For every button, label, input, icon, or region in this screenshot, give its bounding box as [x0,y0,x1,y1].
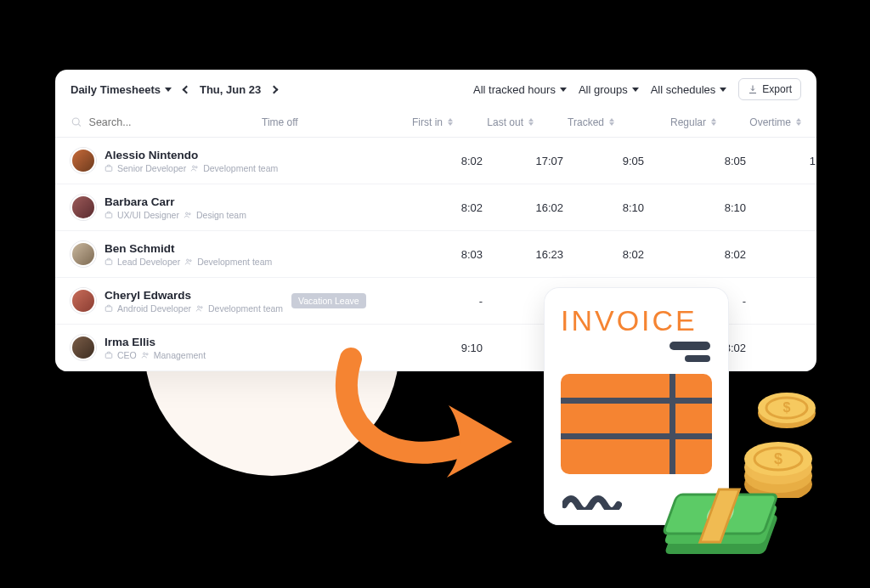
cell-first-in: 8:02 [402,201,483,214]
group-icon [195,304,204,313]
svg-rect-13 [105,353,112,357]
person-cell: Cheryl EdwardsAndroid DeveloperDevelopme… [71,288,291,314]
column-header-row: Time off First in Last out Tracked Regul… [55,109,816,138]
export-label: Export [762,83,792,95]
group-icon [184,257,193,266]
briefcase-icon [105,257,113,266]
svg-point-15 [146,353,148,354]
cell-tracked: 8:10 [563,201,644,214]
filter-schedules[interactable]: All schedules [651,83,727,96]
briefcase-icon [105,211,113,219]
toolbar: Daily Timesheets Thu, Jun 23 All tracked… [55,70,816,109]
timeoff-tag: Vacation Leave [291,293,366,308]
col-overtime[interactable]: Overtime [716,116,801,128]
search-icon [71,116,82,128]
svg-point-8 [187,259,189,262]
filter-label: All groups [579,83,628,96]
briefcase-icon [105,304,113,313]
person-name: Cheryl Edwards [105,289,283,302]
svg-point-14 [143,353,145,355]
export-button[interactable]: Export [738,78,801,100]
table-row[interactable]: Barbara CarrUX/UI DesignerDesign team8:0… [55,184,816,231]
filter-label: All schedules [651,83,716,96]
person-cell: Ben SchmidtLead DeveloperDevelopment tea… [71,241,291,267]
svg-point-12 [201,306,202,308]
filter-tracked-hours[interactable]: All tracked hours [473,83,567,96]
download-icon [748,84,758,94]
arrow-illustration [321,342,534,512]
cell-overtime: 1:00 [746,155,816,167]
svg-rect-4 [105,212,112,217]
avatar [71,241,96,267]
svg-point-6 [189,212,190,214]
briefcase-icon [105,351,113,359]
view-label: Daily Timesheets [71,83,161,96]
col-timeoff[interactable]: Time off [262,116,372,128]
cell-regular: 8:10 [644,201,746,214]
cell-regular: 8:02 [644,248,746,261]
person-name: Ben Schmidt [105,242,272,255]
caret-down-icon [720,88,726,92]
filter-label: All tracked hours [473,83,556,96]
person-cell: Barbara CarrUX/UI DesignerDesign team [71,195,291,220]
invoice-title: INVOICE [561,304,712,337]
cell-regular: 8:05 [644,155,746,167]
person-meta: Android DeveloperDevelopment team [105,303,283,314]
avatar [71,335,96,360]
cell-last-out: 17:07 [483,155,563,167]
svg-point-2 [193,166,195,168]
person-cell: Alessio NintendoSenior DeveloperDevelopm… [71,148,291,173]
decor-bar [669,342,710,350]
view-switcher[interactable]: Daily Timesheets [71,83,172,96]
current-date-label[interactable]: Thu, Jun 23 [200,83,261,96]
cell-first-in: 8:03 [402,248,483,261]
signature-icon [562,491,622,510]
cell-first-in: 8:02 [402,155,483,167]
filter-groups[interactable]: All groups [579,83,639,96]
caret-down-icon [632,88,639,92]
col-last-out[interactable]: Last out [453,116,534,128]
person-meta: UX/UI DesignerDesign team [105,210,246,220]
table-row[interactable]: Alessio NintendoSenior DeveloperDevelopm… [55,138,816,184]
svg-rect-7 [105,259,112,263]
next-day-button[interactable] [270,85,279,93]
sort-icon [796,118,801,126]
search-field[interactable] [71,116,262,128]
svg-rect-1 [105,166,112,170]
group-icon [141,351,150,359]
cell-overtime: - [746,248,816,261]
avatar [71,148,96,173]
person-meta: CEOManagement [105,350,206,360]
col-regular[interactable]: Regular [614,116,716,128]
person-cell: Irma EllisCEOManagement [71,335,291,360]
date-navigator: Thu, Jun 23 [184,83,277,96]
prev-day-button[interactable] [183,85,191,93]
person-name: Barbara Carr [105,195,246,208]
cell-tracked: 9:05 [563,155,644,167]
svg-point-0 [72,118,79,125]
caret-down-icon [560,88,567,92]
person-meta: Senior DeveloperDevelopment team [105,163,278,173]
person-name: Alessio Nintendo [105,149,278,161]
person-name: Irma Ellis [105,336,206,348]
svg-point-3 [195,166,197,167]
svg-point-5 [185,212,188,215]
svg-point-9 [189,259,191,261]
group-icon [184,211,192,219]
avatar [71,288,96,314]
cell-first-in: - [402,295,483,308]
cell-last-out: 16:23 [483,248,563,261]
caret-down-icon [165,88,172,92]
decor-bar [685,355,710,362]
col-tracked[interactable]: Tracked [534,116,614,128]
person-meta: Lead DeveloperDevelopment team [105,257,272,267]
col-first-in[interactable]: First in [372,116,453,128]
cell-tracked: 8:02 [563,248,644,261]
avatar [71,195,96,220]
table-row[interactable]: Ben SchmidtLead DeveloperDevelopment tea… [55,231,816,278]
group-icon [190,164,199,172]
svg-point-11 [197,306,200,308]
search-input[interactable] [89,116,262,128]
cell-overtime: - [746,201,816,214]
cash-illustration [651,462,804,573]
